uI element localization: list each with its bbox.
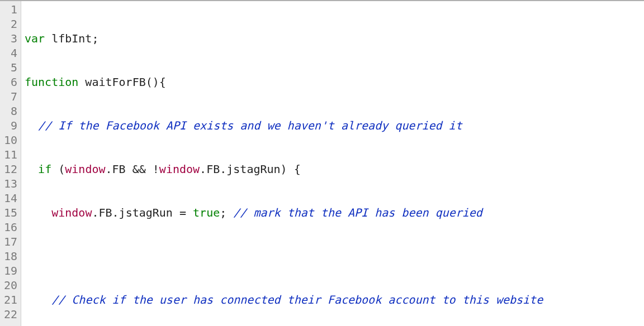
line-number: 10 — [0, 133, 21, 147]
line-number: 13 — [0, 176, 21, 191]
line-number: 1 — [0, 2, 21, 17]
line-number: 8 — [0, 104, 21, 118]
line-number: 7 — [0, 89, 21, 104]
code-line: // If the Facebook API exists and we hav… — [25, 118, 644, 133]
line-number: 16 — [0, 220, 21, 234]
line-number-gutter: 1 2 3 4 5 6 7 8 9 10 11 12 13 14 15 16 1… — [0, 1, 21, 326]
line-number: 2 — [0, 17, 21, 31]
line-number: 18 — [0, 249, 21, 263]
code-line: // Check if the user has connected their… — [25, 293, 644, 307]
line-number: 17 — [0, 234, 21, 249]
line-number: 21 — [0, 293, 21, 307]
code-line: function waitForFB(){ — [25, 75, 644, 89]
line-number: 14 — [0, 191, 21, 205]
line-number: 5 — [0, 60, 21, 75]
code-line — [25, 249, 644, 263]
code-line: window.FB.jstagRun = true; // mark that … — [25, 205, 644, 220]
code-editor: 1 2 3 4 5 6 7 8 9 10 11 12 13 14 15 16 1… — [0, 0, 644, 326]
code-area[interactable]: var lfbInt; function waitForFB(){ // If … — [21, 1, 644, 326]
line-number: 20 — [0, 278, 21, 293]
line-number: 19 — [0, 263, 21, 278]
line-number: 3 — [0, 31, 21, 46]
line-number: 11 — [0, 147, 21, 162]
line-number: 22 — [0, 307, 21, 322]
code-line: var lfbInt; — [25, 31, 644, 46]
line-number: 6 — [0, 75, 21, 89]
code-line: if (window.FB && !window.FB.jstagRun) { — [25, 162, 644, 176]
line-number: 15 — [0, 205, 21, 220]
line-number: 12 — [0, 162, 21, 176]
line-number: 9 — [0, 118, 21, 133]
line-number: 4 — [0, 46, 21, 60]
